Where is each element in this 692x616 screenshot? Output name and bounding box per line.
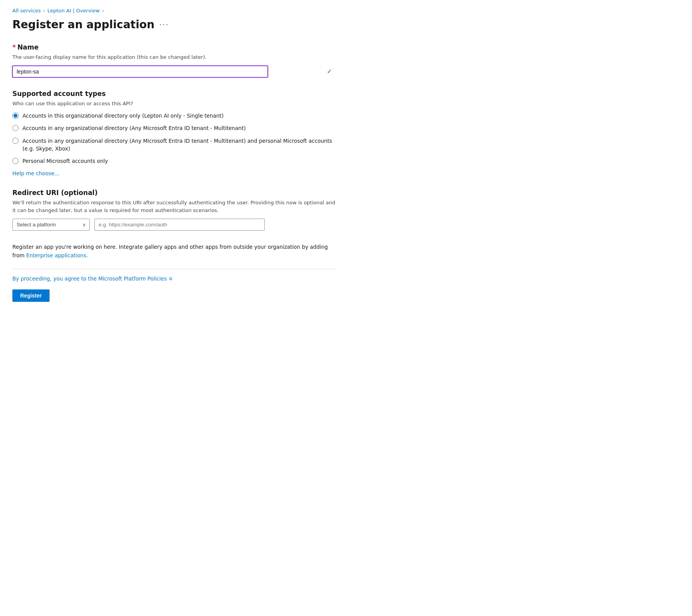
- name-input[interactable]: [12, 66, 268, 77]
- radio-personal-only-input[interactable]: [12, 158, 19, 164]
- name-section: *Name The user-facing display name for t…: [12, 43, 336, 77]
- radio-multitenant-label: Accounts in any organizational directory…: [22, 124, 246, 132]
- radio-single-tenant-input[interactable]: [12, 113, 19, 119]
- page-header: Register an application ···: [12, 18, 336, 31]
- redirect-uri-section: Redirect URI (optional) We'll return the…: [12, 189, 336, 231]
- radio-multitenant-personal-input[interactable]: [12, 138, 19, 144]
- radio-multitenant-input[interactable]: [12, 125, 19, 131]
- enterprise-applications-link[interactable]: Enterprise applications.: [26, 252, 88, 258]
- radio-multitenant-personal[interactable]: Accounts in any organizational directory…: [12, 137, 336, 153]
- breadcrumb: All services › Lepton AI | Overview ›: [12, 8, 336, 14]
- name-description: The user-facing display name for this ap…: [12, 53, 336, 61]
- radio-personal-only-label: Personal Microsoft accounts only: [22, 157, 108, 165]
- input-valid-icon: ✓: [327, 68, 332, 75]
- policy-text: By proceeding, you agree to the Microsof…: [12, 275, 167, 282]
- name-section-title: *Name: [12, 43, 336, 51]
- more-options-icon[interactable]: ···: [159, 20, 169, 29]
- redirect-uri-row: Select a platform Web Single-page applic…: [12, 219, 336, 231]
- account-types-title: Supported account types: [12, 90, 336, 98]
- breadcrumb-all-services[interactable]: All services: [12, 8, 41, 14]
- radio-multitenant[interactable]: Accounts in any organizational directory…: [12, 124, 336, 132]
- radio-multitenant-personal-label: Accounts in any organizational directory…: [22, 137, 336, 153]
- help-me-choose-link[interactable]: Help me choose...: [12, 170, 60, 176]
- radio-personal-only[interactable]: Personal Microsoft accounts only: [12, 157, 336, 165]
- radio-single-tenant[interactable]: Accounts in this organizational director…: [12, 112, 336, 120]
- register-button[interactable]: Register: [12, 289, 50, 302]
- account-types-description: Who can use this application or access t…: [12, 100, 336, 108]
- external-link-icon: ⧉: [169, 276, 172, 281]
- breadcrumb-lepton-ai[interactable]: Lepton AI | Overview: [47, 8, 99, 14]
- redirect-uri-title: Redirect URI (optional): [12, 189, 336, 197]
- footer-note: Register an app you're working on here. …: [12, 243, 336, 260]
- platform-select[interactable]: Select a platform Web Single-page applic…: [12, 219, 90, 231]
- required-star: *: [12, 43, 16, 51]
- page-container: All services › Lepton AI | Overview › Re…: [0, 0, 348, 317]
- account-types-radio-group: Accounts in this organizational director…: [12, 112, 336, 165]
- policy-link[interactable]: By proceeding, you agree to the Microsof…: [12, 275, 336, 282]
- account-types-section: Supported account types Who can use this…: [12, 90, 336, 177]
- platform-select-wrapper: Select a platform Web Single-page applic…: [12, 219, 90, 231]
- breadcrumb-separator-2: ›: [102, 8, 104, 14]
- breadcrumb-separator-1: ›: [43, 8, 45, 14]
- name-input-wrapper: ✓: [12, 66, 336, 77]
- section-divider: [12, 269, 336, 269]
- redirect-uri-description: We'll return the authentication response…: [12, 199, 336, 214]
- page-title: Register an application: [12, 18, 154, 31]
- radio-single-tenant-label: Accounts in this organizational director…: [22, 112, 224, 120]
- redirect-uri-input[interactable]: [94, 219, 265, 231]
